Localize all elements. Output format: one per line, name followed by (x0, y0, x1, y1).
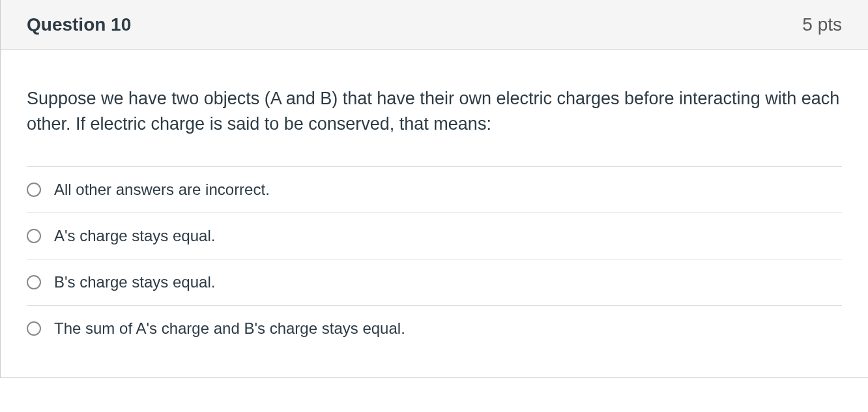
answer-label: A's charge stays equal. (54, 227, 215, 245)
radio-input[interactable] (27, 321, 41, 336)
radio-input[interactable] (27, 229, 41, 243)
answer-option[interactable]: All other answers are incorrect. (27, 166, 842, 213)
question-header: Question 10 5 pts (1, 0, 868, 50)
answers-list: All other answers are incorrect. A's cha… (27, 166, 842, 351)
radio-input[interactable] (27, 275, 41, 289)
question-text: Suppose we have two objects (A and B) th… (27, 86, 842, 137)
answer-label: The sum of A's charge and B's charge sta… (54, 319, 405, 338)
question-title: Question 10 (27, 14, 131, 35)
answer-option[interactable]: The sum of A's charge and B's charge sta… (27, 305, 842, 351)
question-body: Suppose we have two objects (A and B) th… (1, 50, 868, 377)
question-points: 5 pts (802, 14, 842, 35)
question-container: Question 10 5 pts Suppose we have two ob… (0, 0, 868, 378)
answer-option[interactable]: B's charge stays equal. (27, 259, 842, 305)
answer-option[interactable]: A's charge stays equal. (27, 213, 842, 259)
answer-label: All other answers are incorrect. (54, 181, 270, 199)
answer-label: B's charge stays equal. (54, 273, 215, 291)
radio-input[interactable] (27, 183, 41, 197)
